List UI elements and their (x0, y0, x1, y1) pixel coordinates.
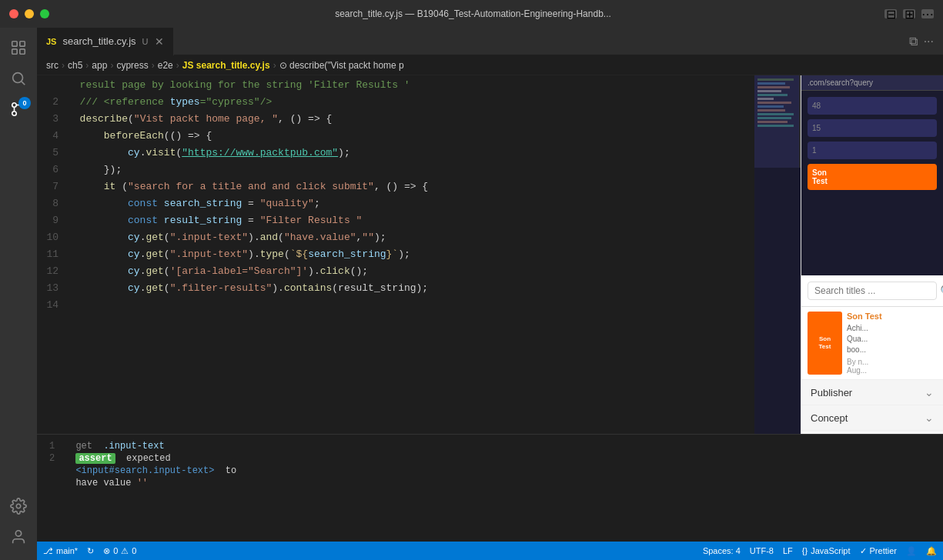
terminal-line-1: 1 get .input-text (49, 441, 931, 452)
split-icon[interactable]: ⊟ (884, 9, 897, 18)
concept-chevron-icon: ⌄ (925, 412, 934, 424)
checkmark-icon: ✓ (860, 546, 867, 556)
book-cover-small: SonTest (818, 334, 833, 353)
activity-search[interactable] (5, 65, 32, 92)
eol-label: LF (783, 546, 793, 555)
more-icon[interactable]: ⋯ (921, 9, 934, 18)
svg-rect-3 (20, 49, 25, 54)
tab-bar: JS search_title.cy.js U ✕ ⧉ ··· (37, 28, 943, 55)
minimap (754, 75, 801, 434)
svg-rect-1 (20, 42, 25, 46)
code-line-6: 6 }); (37, 162, 754, 178)
code-line-7: 7 it ("search for a title and and click … (37, 178, 754, 195)
code-line-9: 9 const result_string = "Filter Results … (37, 212, 754, 229)
branch-name: main* (56, 546, 78, 555)
code-line-11: 11 cy.get(".input-text").type(`${search_… (37, 246, 754, 263)
warning-count: 0 (132, 546, 136, 555)
book-description: Achi...Qua...boo... (847, 323, 937, 355)
svg-point-11 (16, 504, 21, 508)
status-person[interactable]: 👤 (906, 546, 917, 556)
svg-point-4 (13, 73, 23, 83)
search-input[interactable] (808, 282, 937, 300)
book-cover-text: Son Test (812, 168, 932, 185)
breadcrumb-ch5[interactable]: ch5 (68, 60, 82, 71)
person-icon: 👤 (906, 546, 917, 556)
publisher-label: Publisher (811, 387, 852, 398)
status-bell[interactable]: 🔔 (926, 546, 937, 556)
svg-rect-0 (12, 42, 17, 46)
breadcrumb-cypress[interactable]: cypress (116, 60, 148, 71)
formatter-label: Prettier (870, 546, 897, 555)
branch-icon: ⎇ (43, 546, 53, 556)
activity-git[interactable]: 0 (5, 95, 32, 123)
sync-icon: ↻ (87, 546, 94, 556)
code-line-12: 12 cy.get('[aria-label="Search"]').click… (37, 263, 754, 280)
breadcrumb-e2e[interactable]: e2e (158, 60, 173, 71)
code-line-14: 14 (37, 297, 754, 314)
status-eol[interactable]: LF (783, 546, 793, 555)
svg-rect-2 (12, 49, 17, 54)
git-badge: 0 (18, 97, 31, 109)
code-line-13: 13 cy.get(".filter-results").contains(re… (37, 280, 754, 297)
result-count-1: 1 (812, 146, 817, 155)
svg-point-8 (12, 112, 17, 116)
code-line-2: 2 /// <reference types="cypress"/> (37, 94, 754, 111)
status-language[interactable]: {} JavaScript (802, 546, 851, 555)
concept-label: Concept (811, 412, 848, 424)
status-errors[interactable]: ⊗ 0 ⚠ 0 (103, 546, 136, 556)
search-submit-icon[interactable]: 🔍 (940, 284, 943, 298)
titlebar: search_title.cy.js — B19046_Test-Automat… (0, 0, 943, 28)
maximize-button[interactable] (40, 9, 49, 18)
browser-preview-top: .com/search?query 48 15 1 (801, 75, 943, 275)
breadcrumb-app[interactable]: app (92, 60, 107, 71)
close-button[interactable] (9, 9, 18, 18)
language-label: JavaScript (811, 546, 850, 555)
minimize-button[interactable] (25, 9, 34, 18)
spaces-label: Spaces: 4 (703, 546, 741, 555)
terminal-panel: 1 get .input-text 2 assert expected <inp… (37, 434, 943, 542)
error-icon: ⊗ (103, 546, 110, 556)
publisher-section[interactable]: Publisher ⌄ (801, 380, 943, 405)
window-title: search_title.cy.js — B19046_Test-Automat… (62, 8, 884, 19)
code-line-5: 5 cy.visit("https://www.packtpub.com"); (37, 145, 754, 162)
split-editor-icon[interactable]: ⧉ (909, 35, 918, 48)
right-panel: .com/search?query 48 15 1 (801, 75, 943, 434)
svg-point-12 (15, 531, 21, 536)
tab-close-icon[interactable]: ✕ (155, 35, 164, 48)
result-count-15: 15 (812, 124, 821, 132)
breadcrumb-src[interactable]: src (46, 60, 59, 71)
activity-files[interactable] (5, 34, 32, 62)
breadcrumb-symbol[interactable]: ⊙ describe("Vist packt home p (279, 60, 404, 71)
status-formatter[interactable]: ✓ Prettier (860, 546, 897, 556)
publisher-chevron-icon: ⌄ (925, 386, 934, 398)
terminal-content: 1 get .input-text 2 assert expected <inp… (37, 435, 943, 542)
tab-search-title[interactable]: JS search_title.cy.js U ✕ (37, 28, 174, 55)
breadcrumb: src › ch5 › app › cypress › e2e › JS sea… (37, 55, 943, 75)
status-encoding[interactable]: UTF-8 (750, 546, 774, 555)
more-actions-icon[interactable]: ··· (924, 35, 934, 48)
tab-actions: ⧉ ··· (900, 35, 943, 48)
status-sync[interactable]: ↻ (87, 546, 94, 556)
svg-point-6 (12, 103, 17, 108)
status-branch[interactable]: ⎇ main* (43, 546, 78, 556)
error-count: 0 (113, 546, 118, 555)
book-title: Son Test (847, 312, 937, 321)
concept-section[interactable]: Concept ⌄ (801, 405, 943, 431)
svg-line-5 (22, 82, 25, 85)
code-line-3: 3 describe("Vist packt home page, ", () … (37, 111, 754, 128)
status-bar: ⎇ main* ↻ ⊗ 0 ⚠ 0 Spaces: 4 UTF-8 LF (37, 542, 943, 560)
assert-badge: assert (75, 453, 115, 464)
code-line-8: 8 const search_string = "quality"; (37, 195, 754, 212)
activity-extensions[interactable] (5, 492, 32, 520)
layout-icon[interactable]: ⊞ (903, 9, 915, 18)
status-spaces[interactable]: Spaces: 4 (703, 546, 741, 555)
encoding-label: UTF-8 (750, 546, 774, 555)
book-result-card: SonTest Son Test Achi...Qua...boo... By … (801, 307, 943, 380)
url-fragment: .com/search?query (808, 78, 873, 87)
window-controls: ⊟ ⊞ ⋯ (884, 9, 934, 18)
terminal-line-4: have value '' (49, 478, 931, 488)
breadcrumb-js[interactable]: JS search_title.cy.js (182, 60, 270, 71)
terminal-line-2: 2 assert expected (49, 453, 931, 464)
curly-icon: {} (802, 546, 808, 555)
activity-account[interactable] (5, 523, 32, 551)
